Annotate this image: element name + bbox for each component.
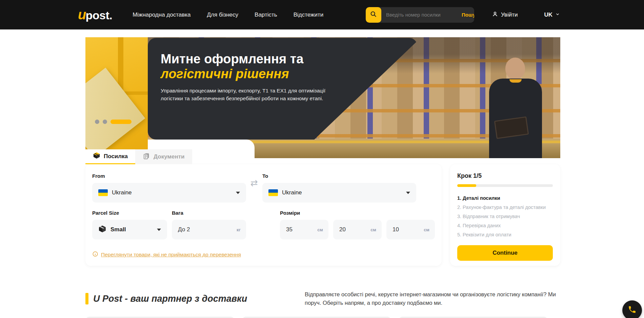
- tab-documents[interactable]: Документи: [135, 149, 192, 164]
- logo[interactable]: u post.: [78, 7, 112, 22]
- ukraine-flag-icon: [98, 189, 108, 196]
- intro-heading: U Post - ваш партнер з доставки: [93, 294, 247, 304]
- info-icon: [92, 251, 98, 258]
- tab-parcel[interactable]: Посилка: [85, 149, 135, 164]
- hero-title-line1: Митне оформлення та: [161, 51, 417, 66]
- from-country-select[interactable]: Ukraine: [92, 183, 246, 203]
- booking-section: From Ukraine ⇄ To Ukraine: [85, 164, 644, 266]
- parcel-size-label: Parcel Size: [92, 210, 167, 216]
- warehouse-worker: [482, 58, 549, 158]
- nav-item-track[interactable]: Відстежити: [294, 12, 324, 18]
- main-nav: Міжнародна доставка Для бізнесу Вартість…: [133, 12, 323, 18]
- from-label: From: [92, 173, 246, 179]
- step-item-3: 3. Відправник та отримувач: [457, 213, 553, 219]
- weight-field: кг: [172, 220, 246, 239]
- width-input[interactable]: [339, 226, 368, 233]
- direction-card-2[interactable]: [242, 317, 391, 318]
- chevron-down-icon: [236, 192, 240, 194]
- intro-section: U Post - ваш партнер з доставки Відправл…: [85, 290, 558, 307]
- carousel-dot-active[interactable]: [110, 120, 132, 124]
- restricted-items-link-row: Переглянути товари, які не приймаються д…: [92, 251, 434, 258]
- language-selector[interactable]: UK: [544, 12, 560, 18]
- chevron-down-icon: [555, 12, 560, 18]
- tab-parcel-label: Посилка: [104, 153, 128, 160]
- hero-yellow-panel: [85, 37, 148, 150]
- user-icon: [492, 11, 498, 19]
- to-label: To: [262, 173, 416, 179]
- length-field: см: [280, 220, 328, 239]
- weight-label: Вага: [172, 210, 246, 216]
- search-icon-button[interactable]: [366, 7, 381, 23]
- search-icon: [370, 10, 377, 19]
- width-unit: см: [370, 227, 376, 232]
- envelope-graphic: [85, 68, 145, 150]
- step-item-4: 4. Перевірка даних: [457, 222, 553, 229]
- chevron-down-icon: [157, 229, 161, 231]
- parcel-size-select[interactable]: Small: [92, 220, 167, 239]
- restricted-items-link[interactable]: Переглянути товари, які не приймаються д…: [101, 252, 241, 258]
- carousel-dot-1[interactable]: [95, 120, 99, 124]
- tab-documents-label: Документи: [154, 153, 185, 160]
- progress-fill: [457, 184, 476, 187]
- step-item-5: 5. Реквізити для оплати: [457, 232, 553, 238]
- progress-bar: [457, 184, 553, 187]
- heading-accent-bar: [85, 293, 88, 304]
- direction-card-1[interactable]: [85, 317, 235, 318]
- length-input[interactable]: [286, 226, 315, 233]
- weight-unit: кг: [237, 227, 241, 232]
- hero-subtitle: Управління процесами імпорту, експорту, …: [161, 87, 332, 102]
- intro-text: Відправляєте особисті речі, керуєте інте…: [305, 290, 558, 307]
- hero-banner: Митне оформлення та логістичні рішення У…: [85, 37, 560, 158]
- swap-directions-icon[interactable]: ⇄: [246, 178, 262, 188]
- documents-icon: [143, 152, 150, 162]
- parcel-box-icon: [93, 152, 100, 161]
- from-country-value: Ukraine: [112, 189, 132, 196]
- to-country-value: Ukraine: [282, 189, 302, 196]
- carousel-indicators: [95, 120, 132, 124]
- dimensions-label: Розміри: [280, 210, 435, 216]
- top-navbar: u post. Міжнародна доставка Для бізнесу …: [0, 0, 644, 29]
- steps-list: 1. Деталі посилки 2. Рахунок-фактура та …: [457, 195, 553, 238]
- nav-item-international[interactable]: Міжнародна доставка: [133, 12, 190, 18]
- nav-item-business[interactable]: Для бізнесу: [207, 12, 239, 18]
- height-input[interactable]: [393, 226, 421, 233]
- booking-tabs: Посилка Документи: [85, 149, 192, 164]
- nav-item-pricing[interactable]: Вартість: [255, 12, 277, 18]
- login-label: Увійти: [501, 12, 518, 18]
- height-unit: см: [424, 227, 429, 232]
- logo-u: u: [78, 7, 85, 22]
- weight-input[interactable]: [178, 226, 234, 233]
- steps-title: Крок 1/5: [457, 172, 553, 179]
- tracking-search: Пошук: [366, 7, 474, 23]
- length-unit: см: [317, 227, 323, 232]
- phone-icon: [628, 305, 637, 315]
- step-item-2: 2. Рахунок-фактура та деталі доставки: [457, 204, 553, 210]
- height-field: см: [386, 220, 435, 239]
- language-code: UK: [544, 12, 552, 18]
- parcel-form-card: From Ukraine ⇄ To Ukraine: [85, 164, 442, 266]
- continue-button[interactable]: Continue: [457, 245, 553, 261]
- search-submit-button[interactable]: Пошук: [457, 12, 474, 18]
- to-country-select[interactable]: Ukraine: [262, 183, 416, 203]
- contact-fab[interactable]: [622, 300, 642, 318]
- carousel-dot-2[interactable]: [103, 120, 107, 124]
- chevron-down-icon: [406, 192, 410, 194]
- width-field: см: [333, 220, 382, 239]
- direction-card-3[interactable]: [399, 317, 548, 318]
- tracking-number-input[interactable]: [381, 12, 457, 18]
- parcel-size-value: Small: [110, 226, 126, 233]
- step-item-1: 1. Деталі посилки: [457, 195, 553, 201]
- logo-text: post.: [85, 9, 112, 22]
- parcel-box-icon: [98, 225, 106, 234]
- steps-card: Крок 1/5 1. Деталі посилки 2. Рахунок-фа…: [450, 164, 560, 266]
- ukraine-flag-icon: [268, 189, 278, 196]
- login-button[interactable]: Увійти: [492, 11, 518, 19]
- direction-cards: [85, 317, 644, 318]
